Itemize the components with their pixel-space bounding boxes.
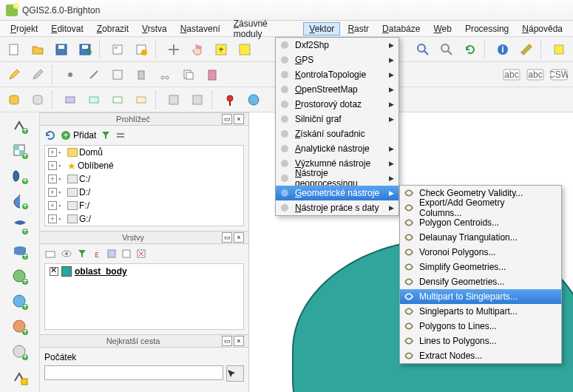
add-vector-button[interactable]: + — [10, 115, 30, 136]
delete-button[interactable] — [130, 64, 152, 85]
geom-menu-item[interactable]: Multipart to Singleparts... — [400, 289, 561, 304]
vektor-menu-item[interactable]: Nástroje geoprocessingu▶ — [276, 171, 399, 186]
edit-button[interactable] — [3, 64, 25, 85]
browser-filter-button[interactable] — [101, 130, 111, 141]
menu-projekt[interactable]: Projekt — [4, 22, 44, 36]
add-feature-button[interactable] — [59, 64, 81, 85]
edit-save-button[interactable] — [27, 64, 49, 85]
browser-item[interactable]: +▪C:/ — [45, 172, 243, 186]
new-shapefile-button[interactable] — [10, 367, 30, 388]
layers-visibility-button[interactable] — [61, 248, 72, 260]
geom-menu-item[interactable]: Singleparts to Multipart... — [400, 304, 561, 319]
menu-zobrazit[interactable]: Zobrazit — [91, 22, 135, 36]
cut-button[interactable] — [154, 64, 176, 85]
add-wcs-button[interactable]: + — [10, 291, 30, 312]
measure-button[interactable] — [515, 39, 538, 60]
browser-collapse-button[interactable] — [115, 130, 126, 141]
geom-menu-item[interactable]: Extract Nodes... — [400, 348, 561, 363]
geom-menu-item[interactable]: Delaunay Triangulation... — [400, 230, 561, 245]
layers-add-group-button[interactable] — [44, 248, 56, 260]
pin-button[interactable] — [219, 89, 241, 110]
vektor-menu-item[interactable]: Prostorový dotaz▶ — [276, 97, 399, 112]
save-as-button[interactable]: ✎ — [74, 39, 96, 60]
layer-checkbox[interactable] — [50, 267, 58, 276]
menu-web[interactable]: Web — [427, 22, 457, 36]
geom-menu-item[interactable]: Voronoi Polygons... — [400, 245, 561, 260]
select-button[interactable] — [435, 39, 458, 60]
layers-undock-button[interactable]: ▭ — [222, 232, 232, 243]
menu-nastavení[interactable]: Nastavení — [174, 22, 226, 36]
vektor-menu-item[interactable]: KontrolaTopologie▶ — [276, 67, 399, 82]
print-composer-button[interactable] — [106, 39, 129, 60]
shortest-path-undock-button[interactable]: ▭ — [222, 336, 232, 346]
layers-collapse-button[interactable] — [121, 249, 132, 259]
layers-expand-button[interactable] — [106, 249, 117, 259]
browser-undock-button[interactable]: ▭ — [222, 114, 232, 124]
menu-rastr[interactable]: Rastr — [342, 22, 375, 36]
csw-button[interactable]: CSW — [548, 64, 570, 85]
menu-nápověda[interactable]: Nápověda — [516, 22, 569, 36]
add-wms-button[interactable]: + — [10, 266, 30, 287]
add-oracle-button[interactable]: + — [10, 241, 30, 262]
menu-editovat[interactable]: Editovat — [45, 22, 89, 36]
add-mssql-button[interactable]: + — [10, 216, 30, 237]
layer-btn-1[interactable] — [59, 89, 81, 110]
shortest-path-close-button[interactable]: × — [234, 336, 244, 346]
expand-icon[interactable]: + — [48, 148, 57, 157]
node-tool-button[interactable] — [106, 64, 129, 85]
info-button[interactable]: i — [492, 39, 514, 60]
add-csv-button[interactable]: + — [10, 342, 30, 362]
menu-databáze[interactable]: Databáze — [376, 22, 426, 36]
layers-filter-button[interactable] — [77, 249, 87, 259]
layer-btn-2[interactable] — [83, 89, 105, 110]
vektor-menu-item[interactable]: GPS▶ — [276, 53, 399, 67]
geom-menu-item[interactable]: Simplify Geometries... — [400, 260, 561, 274]
browser-item[interactable]: +▪G:/ — [45, 212, 243, 226]
pan-button[interactable] — [163, 39, 185, 60]
identify-button[interactable] — [412, 39, 434, 60]
menu-vrstva[interactable]: Vrstva — [136, 22, 173, 36]
zoom-out-button[interactable] — [234, 39, 256, 60]
layers-expr-button[interactable]: ε — [92, 249, 102, 259]
layer-item[interactable]: oblast_body — [45, 264, 243, 279]
paste-button[interactable] — [201, 64, 223, 85]
layer-btn-5[interactable] — [163, 89, 185, 110]
add-postgis-button[interactable]: + — [10, 166, 30, 186]
browser-item[interactable]: +▪F:/ — [45, 199, 243, 212]
copy-button[interactable] — [177, 64, 200, 85]
geom-menu-item[interactable]: Densify Geometries... — [400, 274, 561, 289]
vektor-menu-item[interactable]: Dxf2Shp▶ — [276, 38, 399, 53]
layer-btn-3[interactable] — [106, 89, 129, 110]
browser-add-button[interactable]: +Přidat — [61, 130, 96, 141]
vektor-menu-item[interactable]: Nástroje práce s daty▶ — [276, 200, 399, 215]
new-project-button[interactable] — [3, 39, 25, 60]
expand-icon[interactable]: + — [48, 201, 57, 210]
label-abc2-button[interactable]: abc — [524, 64, 546, 85]
vektor-menu-item[interactable]: OpenStreetMap▶ — [276, 82, 399, 97]
zoom-full-button[interactable] — [548, 39, 570, 60]
menu-vektor[interactable]: Vektor — [303, 22, 340, 36]
add-spatialite-button[interactable]: + — [10, 191, 30, 212]
db-button-1[interactable] — [3, 89, 25, 110]
save-button[interactable] — [50, 39, 72, 60]
add-wfs-button[interactable]: + — [10, 317, 30, 337]
shortest-path-start-input[interactable] — [44, 365, 223, 380]
open-project-button[interactable] — [27, 39, 49, 60]
browser-close-button[interactable]: × — [234, 114, 244, 124]
browser-tree[interactable]: +▪Domů+▪★Oblíbené+▪C:/+▪D:/+▪F:/+▪G:/ — [44, 145, 244, 226]
vektor-menu-item[interactable]: Geometrické nástroje▶ — [276, 186, 399, 200]
move-feature-button[interactable] — [83, 64, 105, 85]
expand-icon[interactable]: + — [48, 175, 57, 183]
zoom-in-button[interactable]: + — [210, 39, 232, 60]
layers-remove-button[interactable] — [136, 249, 146, 259]
shortest-path-pick-button[interactable] — [226, 365, 244, 382]
geom-menu-item[interactable]: Export/Add Geometry Columns... — [400, 200, 561, 215]
browser-item[interactable]: +▪Domů — [45, 146, 243, 159]
layer-btn-4[interactable] — [130, 89, 152, 110]
expand-icon[interactable]: + — [48, 161, 57, 170]
vektor-menu-item[interactable]: Silniční graf▶ — [276, 112, 399, 126]
vektor-menu-item[interactable]: Analytické nástroje▶ — [276, 141, 399, 156]
menu-processing[interactable]: Processing — [459, 22, 515, 36]
layer-btn-6[interactable] — [186, 89, 208, 110]
browser-item[interactable]: +▪★Oblíbené — [45, 159, 243, 172]
